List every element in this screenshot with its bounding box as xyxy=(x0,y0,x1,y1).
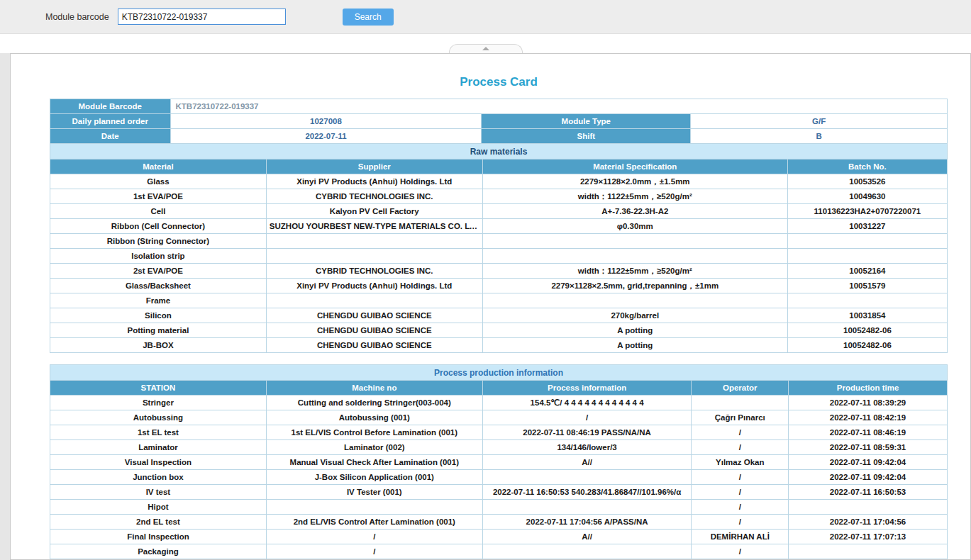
daily-planned-order-value: 1027008 xyxy=(170,114,482,129)
table-cell: DEMİRHAN ALİ xyxy=(692,530,789,544)
search-bar: Module barcode Search xyxy=(0,0,971,34)
table-cell: 2279×1128×2.5mm, grid,trepanning，±1mm xyxy=(482,279,787,293)
table-row: 2st EVA/POECYBRID TECHNOLOGIES INC.width… xyxy=(50,264,948,279)
table-cell: / xyxy=(692,470,789,485)
table-cell: J-Box Silicon Application (001) xyxy=(266,470,482,485)
table-cell: 10052482-06 xyxy=(787,323,947,338)
table-cell xyxy=(266,293,482,308)
table-cell: Autobussing xyxy=(50,410,267,425)
table-cell: Laminator xyxy=(50,440,267,455)
raw-materials-table: Raw materials MaterialSupplierMaterial S… xyxy=(50,143,948,353)
panel-collapse-handle[interactable] xyxy=(449,44,523,53)
table-cell: Glass xyxy=(50,174,267,189)
table-cell: CYBRID TECHNOLOGIES INC. xyxy=(266,264,482,279)
table-cell: Potting material xyxy=(50,323,267,338)
module-type-value: G/F xyxy=(691,114,948,129)
date-label: Date xyxy=(50,129,171,144)
table-row: Final Inspection/A//DEMİRHAN ALİ2022-07-… xyxy=(50,530,948,544)
table-cell: 10052164 xyxy=(787,264,947,279)
table-cell xyxy=(787,293,947,308)
table-cell: / xyxy=(692,425,789,440)
table-cell: Kalyon PV Cell Factory xyxy=(266,204,482,219)
table-cell: 10049630 xyxy=(787,189,947,204)
table-cell: 2279×1128×2.0mm，±1.5mm xyxy=(482,174,787,189)
table-cell: IV Tester (001) xyxy=(266,485,482,500)
table-row: Date 2022-07-11 Shift B xyxy=(50,129,948,144)
table-row: 1st EL test1st EL/VIS Control Before Lam… xyxy=(50,425,948,440)
table-row: Isolation strip xyxy=(50,249,948,264)
table-cell: Ribbon (Cell Connector) xyxy=(50,219,267,234)
table-cell: / xyxy=(266,544,482,559)
table-row: Packaging// xyxy=(50,544,948,559)
shift-value: B xyxy=(691,129,948,144)
table-cell: 110136223HA2+0707220071 xyxy=(787,204,947,219)
table-cell: Glass/Backsheet xyxy=(50,279,267,293)
table-row: CellKalyon PV Cell FactoryA+-7.36-22.3H-… xyxy=(50,204,948,219)
module-barcode-input[interactable] xyxy=(118,9,286,25)
module-barcode-label: Module barcode xyxy=(45,12,109,22)
table-row: JB-BOXCHENGDU GUIBAO SCIENCEA potting100… xyxy=(50,338,948,353)
column-header: Batch No. xyxy=(787,159,947,174)
handle-strip xyxy=(0,34,971,53)
table-cell: 2nd EL test xyxy=(50,515,267,530)
table-cell xyxy=(482,500,692,515)
table-cell: A// xyxy=(482,455,692,470)
table-cell: 154.5℃/ 4 4 4 4 4 4 4 4 4 4 4 4 xyxy=(482,396,692,410)
table-cell: 2022-07-11 17:04:56 A/PASS/NA xyxy=(482,515,692,530)
table-cell xyxy=(266,500,482,515)
table-cell xyxy=(482,234,787,249)
table-cell xyxy=(787,234,947,249)
page-title: Process Card xyxy=(50,75,948,89)
table-cell: CHENGDU GUIBAO SCIENCE xyxy=(266,323,482,338)
table-cell: 2nd EL/VIS Control After Lamination (001… xyxy=(266,515,482,530)
table-row: GlassXinyi PV Products (Anhui) Holdings.… xyxy=(50,174,948,189)
table-cell: CYBRID TECHNOLOGIES INC. xyxy=(266,189,482,204)
table-row: Visual InspectionManual Visual Check Aft… xyxy=(50,455,948,470)
table-cell: 2022-07-11 16:50:53 540.283/41.86847//10… xyxy=(482,485,692,500)
table-cell: 10031227 xyxy=(787,219,947,234)
spacer xyxy=(50,353,948,364)
table-cell: / xyxy=(266,530,482,544)
table-cell: Ribbon (String Connector) xyxy=(50,234,267,249)
module-barcode-value: KTB72310722-019337 xyxy=(170,99,948,114)
table-row: LaminatorLaminator (002)134/146/lower/3/… xyxy=(50,440,948,455)
table-cell xyxy=(692,396,789,410)
raw-materials-section-title: Raw materials xyxy=(50,144,948,159)
table-cell xyxy=(482,544,692,559)
process-section-title: Process production information xyxy=(50,365,948,381)
table-cell: Yılmaz Okan xyxy=(692,455,789,470)
table-row: SiliconCHENGDU GUIBAO SCIENCE270kg/barre… xyxy=(50,308,948,323)
table-row: Ribbon (String Connector) xyxy=(50,234,948,249)
table-cell: width：1122±5mm，≥520g/m² xyxy=(482,264,787,279)
table-cell: 2022-07-11 08:42:19 xyxy=(789,410,948,425)
table-cell: Isolation strip xyxy=(50,249,267,264)
table-cell: A potting xyxy=(482,338,787,353)
column-header: Supplier xyxy=(266,159,482,174)
shift-label: Shift xyxy=(482,129,691,144)
table-cell: Hipot xyxy=(50,500,267,515)
column-header: Operator xyxy=(692,381,789,396)
table-cell: 10051579 xyxy=(787,279,947,293)
table-cell xyxy=(482,293,787,308)
table-row: IV testIV Tester (001)2022-07-11 16:50:5… xyxy=(50,485,948,500)
table-row: 1st EVA/POECYBRID TECHNOLOGIES INC.width… xyxy=(50,189,948,204)
table-row: Daily planned order 1027008 Module Type … xyxy=(50,114,948,129)
table-cell xyxy=(482,249,787,264)
column-header: Material xyxy=(50,159,267,174)
table-cell: A// xyxy=(482,530,692,544)
table-cell xyxy=(482,470,692,485)
table-cell: 1st EVA/POE xyxy=(50,189,267,204)
table-cell: IV test xyxy=(50,485,267,500)
table-row: Ribbon (Cell Connector)SUZHOU YOURBEST N… xyxy=(50,219,948,234)
search-button[interactable]: Search xyxy=(343,9,394,26)
process-card-panel: Process Card Module Barcode KTB72310722-… xyxy=(10,53,971,560)
column-header: STATION xyxy=(50,381,267,396)
table-cell: / xyxy=(692,544,789,559)
table-cell: 2022-07-11 08:46:19 xyxy=(789,425,948,440)
table-cell: A+-7.36-22.3H-A2 xyxy=(482,204,787,219)
table-cell: Autobussing (001) xyxy=(266,410,482,425)
table-cell: Visual Inspection xyxy=(50,455,267,470)
table-row: Frame xyxy=(50,293,948,308)
date-value: 2022-07-11 xyxy=(170,129,482,144)
table-cell: / xyxy=(692,500,789,515)
